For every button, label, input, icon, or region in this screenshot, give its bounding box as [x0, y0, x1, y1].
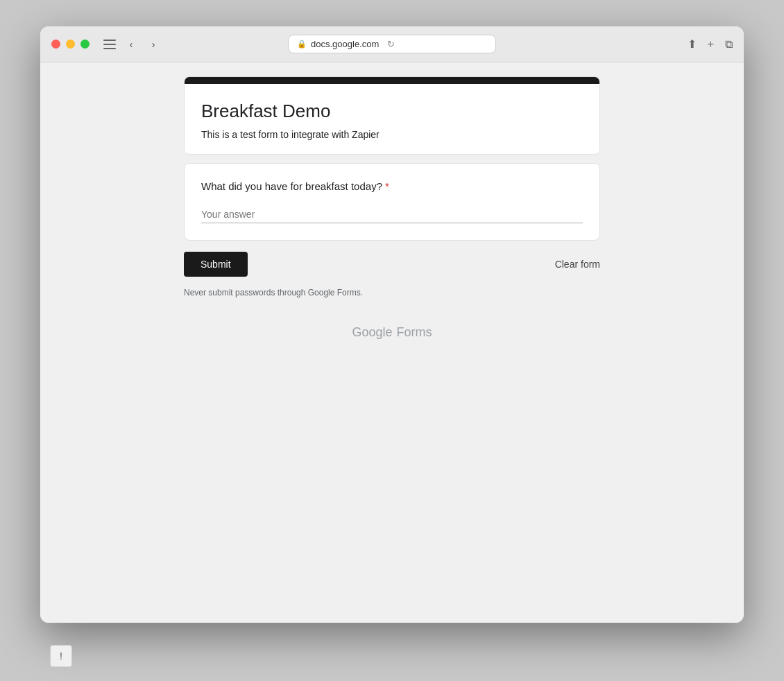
minimize-button[interactable]: [66, 40, 75, 49]
address-bar[interactable]: 🔒 docs.google.com ↻: [288, 35, 496, 53]
google-brand-text: Google: [352, 325, 392, 340]
titlebar-right-controls: ⬆ + ⧉: [688, 37, 733, 51]
form-question-card: What did you have for breakfast today? *: [184, 163, 600, 241]
form-title: Breakfast Demo: [201, 101, 583, 122]
address-bar-area: 🔒 docs.google.com ↻: [288, 35, 496, 53]
back-icon: ‹: [130, 38, 133, 50]
clear-form-button[interactable]: Clear form: [555, 259, 600, 270]
titlebar: ‹ › 🔒 docs.google.com ↻ ⬆ + ⧉: [40, 26, 744, 62]
maximize-button[interactable]: [80, 40, 90, 49]
exclamation-icon: !: [60, 650, 62, 662]
form-header-content: Breakfast Demo This is a test form to in…: [185, 84, 599, 154]
forms-brand-text: Forms: [397, 325, 432, 340]
tabs-icon[interactable]: ⧉: [725, 38, 733, 51]
share-icon[interactable]: ⬆: [688, 37, 697, 51]
forward-icon: ›: [152, 38, 155, 50]
form-header-accent: [185, 77, 599, 84]
feedback-button[interactable]: !: [50, 645, 72, 667]
lock-icon: 🔒: [297, 40, 307, 49]
never-submit-warning: Never submit passwords through Google Fo…: [184, 288, 600, 298]
close-button[interactable]: [51, 40, 60, 49]
url-text: docs.google.com: [311, 39, 379, 49]
forward-button[interactable]: ›: [144, 35, 163, 54]
required-star: *: [385, 180, 389, 192]
browser-content: Breakfast Demo This is a test form to in…: [40, 62, 744, 623]
form-header-card: Breakfast Demo This is a test form to in…: [184, 76, 600, 155]
question-label: What did you have for breakfast today? *: [201, 180, 583, 192]
traffic-lights: [51, 40, 90, 49]
new-tab-icon[interactable]: +: [708, 38, 714, 51]
submit-button[interactable]: Submit: [184, 252, 248, 277]
back-button[interactable]: ‹: [121, 35, 141, 54]
reload-icon[interactable]: ↻: [387, 39, 395, 49]
nav-buttons: ‹ ›: [121, 35, 163, 54]
page-container: Breakfast Demo This is a test form to in…: [170, 76, 614, 351]
form-description: This is a test form to integrate with Za…: [201, 129, 583, 140]
titlebar-controls: [103, 40, 116, 49]
answer-input[interactable]: [201, 206, 583, 223]
google-forms-footer: Google Forms: [184, 314, 600, 351]
question-text: What did you have for breakfast today?: [201, 180, 382, 192]
form-actions: Submit Clear form: [184, 252, 600, 277]
sidebar-toggle-button[interactable]: [103, 40, 116, 49]
